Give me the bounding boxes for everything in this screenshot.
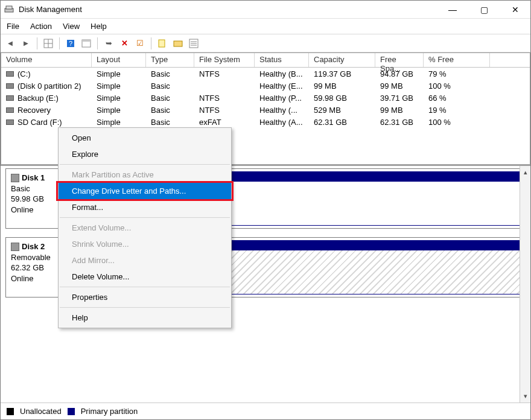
ctx-mark-active: Mark Partition as Active — [59, 167, 231, 183]
legend-primary-label: Primary partition — [81, 407, 138, 416]
ctx-format[interactable]: Format... — [59, 199, 231, 215]
ctx-properties[interactable]: Properties — [59, 289, 231, 305]
menubar: File Action View Help — [1, 19, 530, 34]
disk-management-window: Disk Management — ▢ ✕ File Action View H… — [0, 0, 531, 420]
menu-file[interactable]: File — [7, 22, 19, 31]
window-title: Disk Management — [19, 5, 445, 14]
volume-icon — [6, 107, 14, 113]
col-layout[interactable]: Layout — [92, 53, 146, 67]
minimize-button[interactable]: — — [445, 2, 460, 18]
action-icon[interactable]: ➥ — [103, 37, 115, 49]
volume-icon — [6, 95, 14, 101]
legend-primary-swatch — [68, 408, 75, 415]
maximize-button[interactable]: ▢ — [476, 2, 492, 18]
svg-rect-10 — [174, 41, 182, 46]
legend-unallocated-label: Unallocated — [20, 407, 62, 416]
table-row[interactable]: SD Card (F:)SimpleBasicexFATHealthy (A..… — [1, 116, 530, 128]
column-headers: Volume Layout Type File System Status Ca… — [1, 53, 530, 68]
toolbar: ◄ ► ? ➥ ✕ ☑ — [1, 34, 530, 52]
table-row[interactable]: Backup (E:)SimpleBasicNTFSHealthy (P...5… — [1, 92, 530, 104]
graphical-scrollbar[interactable]: ▴ ▾ — [520, 166, 530, 402]
help-icon[interactable]: ? — [65, 37, 77, 49]
col-capacity[interactable]: Capacity — [309, 53, 375, 67]
svg-rect-1 — [6, 6, 12, 9]
menu-view[interactable]: View — [63, 22, 80, 31]
new-icon[interactable] — [156, 37, 168, 49]
folder-icon[interactable] — [172, 37, 184, 49]
titlebar: Disk Management — ▢ ✕ — [1, 1, 530, 19]
menu-action[interactable]: Action — [30, 22, 52, 31]
toolbar-grid-icon[interactable] — [42, 37, 54, 49]
ctx-mirror: Add Mirror... — [59, 252, 231, 269]
ctx-open[interactable]: Open — [59, 130, 231, 146]
table-row[interactable]: RecoverySimpleBasicNTFSHealthy (...529 M… — [1, 104, 530, 116]
col-type[interactable]: Type — [146, 53, 194, 67]
disk-icon — [11, 243, 19, 251]
list-icon[interactable] — [188, 37, 200, 49]
ctx-help[interactable]: Help — [59, 310, 231, 326]
check-icon[interactable]: ☑ — [134, 37, 146, 49]
ctx-shrink: Shrink Volume... — [59, 236, 231, 252]
calendar-icon[interactable] — [80, 37, 92, 49]
back-button[interactable]: ◄ — [4, 37, 16, 49]
menu-help[interactable]: Help — [91, 22, 107, 31]
disk-icon — [11, 174, 19, 182]
svg-text:?: ? — [69, 40, 72, 47]
col-free[interactable]: Free Spa... — [375, 53, 424, 67]
legend: Unallocated Primary partition — [1, 402, 530, 419]
ctx-explore[interactable]: Explore — [59, 146, 231, 162]
ctx-change-drive-letter[interactable]: Change Drive Letter and Paths... — [59, 183, 231, 199]
context-menu: Open Explore Mark Partition as Active Ch… — [58, 127, 232, 328]
scroll-down-icon[interactable]: ▾ — [524, 392, 527, 400]
forward-button[interactable]: ► — [20, 37, 32, 49]
close-button[interactable]: ✕ — [507, 2, 523, 18]
volume-icon — [6, 83, 14, 89]
legend-unallocated-swatch — [7, 408, 14, 415]
svg-rect-9 — [159, 40, 165, 47]
scroll-up-icon[interactable]: ▴ — [524, 168, 527, 176]
delete-icon[interactable]: ✕ — [118, 37, 130, 49]
volume-icon — [6, 71, 14, 77]
col-volume[interactable]: Volume — [1, 53, 92, 67]
ctx-delete[interactable]: Delete Volume... — [59, 269, 231, 285]
svg-rect-8 — [82, 40, 91, 42]
table-row[interactable]: (Disk 0 partition 2)SimpleBasicHealthy (… — [1, 80, 530, 92]
col-pctfree[interactable]: % Free — [424, 53, 490, 67]
col-status[interactable]: Status — [255, 53, 309, 67]
table-row[interactable]: (C:)SimpleBasicNTFSHealthy (B...119.37 G… — [1, 68, 530, 80]
app-icon — [4, 5, 14, 14]
col-filesystem[interactable]: File System — [194, 53, 255, 67]
ctx-extend: Extend Volume... — [59, 220, 231, 236]
volume-icon — [6, 119, 14, 125]
